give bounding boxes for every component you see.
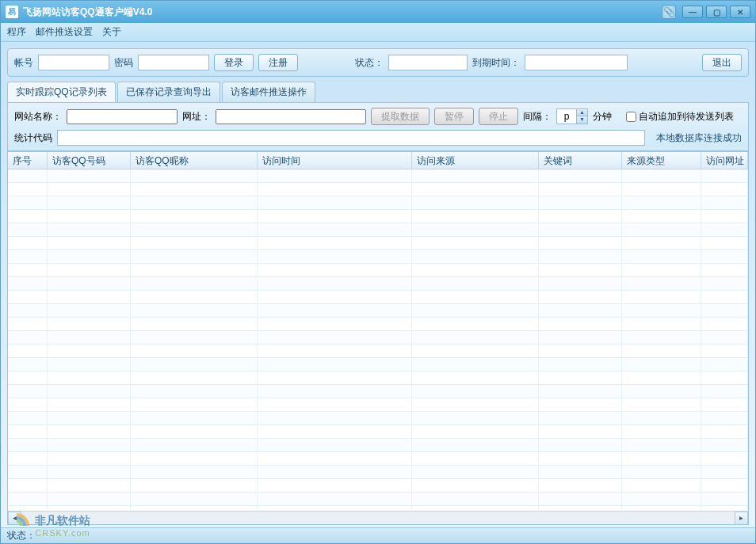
tab-realtime[interactable]: 实时跟踪QQ记录列表 <box>7 82 116 102</box>
site-name-input[interactable] <box>67 109 178 124</box>
table-row[interactable] <box>8 318 748 331</box>
status-value <box>388 55 468 70</box>
titlebar: 易 飞扬网站访客QQ通客户端V4.0 📎 — ▢ ✕ <box>1 1 755 23</box>
interval-spinner[interactable]: ▲ ▼ <box>556 108 588 124</box>
stop-button[interactable]: 停止 <box>479 108 518 125</box>
table-row[interactable] <box>8 196 748 210</box>
account-label: 帐号 <box>14 56 33 70</box>
spinner-down-icon[interactable]: ▼ <box>576 116 587 124</box>
table-row[interactable] <box>8 479 748 493</box>
col-visit-url[interactable]: 访问网址 <box>701 152 748 169</box>
table-row[interactable] <box>8 506 748 510</box>
site-url-label: 网址： <box>182 110 211 124</box>
col-seq[interactable]: 序号 <box>8 152 48 169</box>
filter-panel: 网站名称： 网址： 提取数据 暂停 停止 间隔： ▲ ▼ 分钟 <box>7 103 749 151</box>
table-row[interactable] <box>8 304 748 318</box>
table-row[interactable] <box>8 291 748 304</box>
scroll-track[interactable] <box>21 512 735 524</box>
horizontal-scrollbar[interactable]: ◄ ► <box>8 511 748 524</box>
spinner-up-icon[interactable]: ▲ <box>576 109 587 116</box>
tabs: 实时跟踪QQ记录列表 已保存记录查询导出 访客邮件推送操作 <box>7 82 749 103</box>
auto-append-checkbox[interactable]: 自动追加到待发送列表 <box>626 110 734 124</box>
register-button[interactable]: 注册 <box>258 54 298 71</box>
menu-program[interactable]: 程序 <box>7 25 26 39</box>
table-row[interactable] <box>8 250 748 264</box>
account-input[interactable] <box>38 55 109 70</box>
stat-code-label: 统计代码 <box>14 131 52 145</box>
expire-value <box>525 55 628 70</box>
table-row[interactable] <box>8 466 748 479</box>
table-row[interactable] <box>8 452 748 466</box>
auto-append-label: 自动追加到待发送列表 <box>639 110 734 124</box>
window-controls: — ▢ ✕ <box>682 6 750 18</box>
db-status: 本地数据库连接成功 <box>656 131 742 145</box>
table-row[interactable] <box>8 412 748 425</box>
menubar: 程序 邮件推送设置 关于 <box>1 23 755 42</box>
col-keyword[interactable]: 关键词 <box>539 152 622 169</box>
table-body <box>8 169 748 510</box>
tab-saved-export[interactable]: 已保存记录查询导出 <box>117 82 220 102</box>
col-source-type[interactable]: 来源类型 <box>622 152 701 169</box>
statusbar-label: 状态： <box>7 529 36 542</box>
status-label: 状态： <box>355 56 384 70</box>
table-row[interactable] <box>8 264 748 277</box>
table-row[interactable] <box>8 169 748 183</box>
table-row[interactable] <box>8 439 748 452</box>
table-row[interactable] <box>8 398 748 412</box>
col-qq-number[interactable]: 访客QQ号码 <box>48 152 131 169</box>
interval-input[interactable] <box>557 109 576 124</box>
app-window: 易 飞扬网站访客QQ通客户端V4.0 📎 — ▢ ✕ 程序 邮件推送设置 关于 … <box>0 0 756 544</box>
data-table: 序号 访客QQ号码 访客QQ昵称 访问时间 访问来源 关键词 来源类型 访问网址… <box>7 151 749 525</box>
expire-label: 到期时间： <box>472 56 520 70</box>
col-visit-source[interactable]: 访问来源 <box>412 152 539 169</box>
password-input[interactable] <box>138 55 209 70</box>
login-button[interactable]: 登录 <box>214 54 254 71</box>
fetch-data-button[interactable]: 提取数据 <box>371 108 430 125</box>
auto-append-input[interactable] <box>626 112 636 122</box>
table-row[interactable] <box>8 237 748 250</box>
table-row[interactable] <box>8 210 748 223</box>
exit-button[interactable]: 退出 <box>702 54 742 71</box>
window-title: 飞扬网站访客QQ通客户端V4.0 <box>23 6 662 19</box>
tab-mail-push[interactable]: 访客邮件推送操作 <box>222 82 315 102</box>
table-row[interactable] <box>8 183 748 196</box>
table-row[interactable] <box>8 425 748 439</box>
interval-unit: 分钟 <box>593 110 612 124</box>
statusbar: 状态： <box>1 527 755 543</box>
stat-code-input[interactable] <box>57 130 645 146</box>
interval-label: 间隔： <box>523 110 552 124</box>
col-qq-nick[interactable]: 访客QQ昵称 <box>131 152 258 169</box>
scroll-left-icon[interactable]: ◄ <box>8 512 21 525</box>
table-row[interactable] <box>8 493 748 506</box>
scroll-right-icon[interactable]: ► <box>735 512 748 525</box>
col-visit-time[interactable]: 访问时间 <box>258 152 412 169</box>
table-row[interactable] <box>8 331 748 344</box>
table-header: 序号 访客QQ号码 访客QQ昵称 访问时间 访问来源 关键词 来源类型 访问网址 <box>8 152 748 169</box>
content-area: 帐号 密码 登录 注册 状态： 到期时间： 退出 实时跟踪QQ记录列表 已保存记… <box>1 42 755 531</box>
site-url-input[interactable] <box>216 109 366 124</box>
table-row[interactable] <box>8 223 748 237</box>
table-row[interactable] <box>8 371 748 385</box>
close-button[interactable]: ✕ <box>730 6 750 18</box>
site-name-label: 网站名称： <box>14 110 62 124</box>
password-label: 密码 <box>114 56 133 70</box>
minimize-button[interactable]: — <box>682 6 703 18</box>
menu-about[interactable]: 关于 <box>102 25 121 39</box>
pin-icon[interactable]: 📎 <box>662 5 676 19</box>
maximize-button[interactable]: ▢ <box>706 6 727 18</box>
app-icon: 易 <box>6 6 18 18</box>
pause-button[interactable]: 暂停 <box>434 108 474 125</box>
table-row[interactable] <box>8 277 748 291</box>
table-row[interactable] <box>8 344 748 358</box>
login-panel: 帐号 密码 登录 注册 状态： 到期时间： 退出 <box>7 48 749 77</box>
menu-mail-settings[interactable]: 邮件推送设置 <box>36 25 93 39</box>
table-row[interactable] <box>8 385 748 398</box>
table-row[interactable] <box>8 358 748 371</box>
